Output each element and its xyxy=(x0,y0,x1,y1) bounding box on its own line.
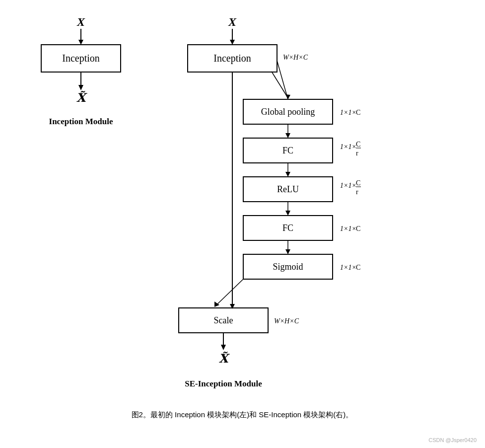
svg-text:1×1×: 1×1× xyxy=(340,225,356,232)
svg-marker-32 xyxy=(285,172,290,177)
svg-text:X: X xyxy=(76,15,85,28)
svg-text:1×1×: 1×1× xyxy=(340,264,356,271)
svg-rect-33 xyxy=(243,177,333,202)
svg-marker-6 xyxy=(78,85,83,90)
svg-marker-57 xyxy=(230,304,235,309)
svg-text:1×1×: 1×1× xyxy=(340,143,356,150)
svg-marker-11 xyxy=(230,40,235,45)
svg-text:W×H×C: W×H×C xyxy=(274,317,299,325)
svg-text:X: X xyxy=(228,15,237,28)
svg-text:Inception: Inception xyxy=(213,53,251,64)
svg-rect-25 xyxy=(243,138,333,163)
svg-rect-12 xyxy=(188,45,277,72)
svg-text:X̃: X̃ xyxy=(219,352,230,365)
svg-rect-41 xyxy=(243,216,333,240)
svg-text:FC: FC xyxy=(282,223,293,233)
svg-text:CSDN @Jsper0420: CSDN @Jsper0420 xyxy=(428,437,477,443)
svg-text:C: C xyxy=(356,264,360,271)
svg-text:r: r xyxy=(356,188,358,196)
svg-text:W×H×C: W×H×C xyxy=(283,54,308,61)
svg-rect-53 xyxy=(179,308,268,333)
svg-rect-19 xyxy=(243,99,333,124)
svg-text:1×1×: 1×1× xyxy=(340,109,356,116)
svg-text:图2。最初的 Inception 模块架构(左)和 SE-I: 图2。最初的 Inception 模块架构(左)和 SE-Inception 模… xyxy=(132,410,353,419)
svg-line-51 xyxy=(216,279,243,305)
svg-text:C: C xyxy=(356,179,360,187)
svg-marker-18 xyxy=(285,94,290,99)
svg-text:Scale: Scale xyxy=(214,315,233,325)
svg-text:ReLU: ReLU xyxy=(277,184,299,194)
svg-rect-47 xyxy=(243,254,333,279)
svg-marker-2 xyxy=(78,40,83,45)
svg-text:SE-Inception Module: SE-Inception Module xyxy=(185,379,262,388)
svg-text:C: C xyxy=(356,141,360,148)
svg-marker-40 xyxy=(285,211,290,216)
svg-marker-59 xyxy=(221,345,226,350)
svg-marker-52 xyxy=(214,301,219,307)
svg-marker-46 xyxy=(285,249,290,254)
svg-text:FC: FC xyxy=(282,146,293,155)
svg-line-16 xyxy=(277,61,288,99)
svg-text:r: r xyxy=(356,149,358,157)
svg-text:Inception Module: Inception Module xyxy=(49,117,113,126)
svg-text:Global pooling: Global pooling xyxy=(261,107,315,117)
svg-rect-3 xyxy=(41,45,121,72)
main-container: X Inception X̃ Inception Module X Incept… xyxy=(0,0,485,448)
svg-text:Sigmoid: Sigmoid xyxy=(273,262,303,272)
svg-text:C: C xyxy=(356,109,360,116)
svg-line-17 xyxy=(272,72,288,98)
svg-text:C: C xyxy=(356,225,360,232)
svg-text:1×1×: 1×1× xyxy=(340,182,356,189)
svg-text:Inception: Inception xyxy=(62,53,100,64)
svg-text:X̃: X̃ xyxy=(76,91,88,104)
svg-marker-24 xyxy=(285,133,290,138)
